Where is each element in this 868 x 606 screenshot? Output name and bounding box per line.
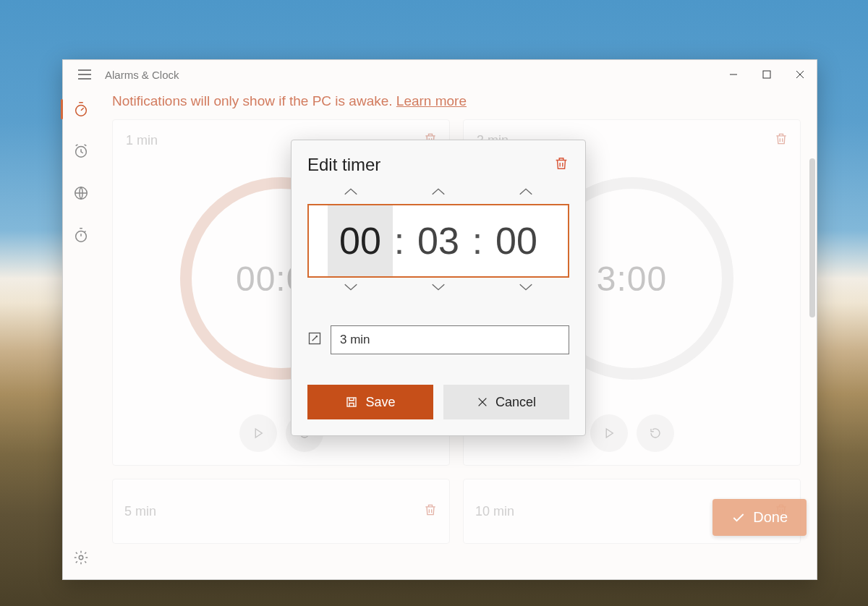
minutes-up-button[interactable]: [424, 187, 453, 200]
done-label: Done: [753, 509, 788, 526]
dialog-title: Edit timer: [307, 155, 553, 175]
sidebar-item-settings[interactable]: [67, 543, 95, 572]
colon: :: [471, 219, 484, 263]
sidebar: [63, 89, 99, 579]
alarm-icon: [73, 143, 89, 159]
timer-display: 3:00: [597, 259, 667, 299]
sidebar-item-world-clock[interactable]: [67, 179, 95, 208]
time-picker: 00 : 03 : 00: [307, 204, 569, 278]
reset-icon: [649, 427, 662, 440]
cancel-button[interactable]: Cancel: [443, 385, 569, 419]
timer-card[interactable]: 5 min: [112, 479, 450, 544]
hours-up-button[interactable]: [336, 187, 365, 200]
save-icon: [345, 396, 358, 409]
chevron-up-icon: [430, 187, 446, 197]
cancel-label: Cancel: [495, 395, 536, 410]
play-icon: [603, 427, 616, 440]
trash-icon: [774, 132, 788, 146]
trash-icon: [553, 155, 569, 171]
check-icon: [731, 511, 746, 525]
timer-title: 5 min: [124, 504, 423, 519]
stopwatch-icon: [73, 227, 89, 243]
titlebar: Alarms & Clock: [63, 60, 817, 89]
window-controls: [717, 60, 817, 89]
trash-icon: [423, 503, 438, 517]
notification-text: Notifications will only show if the PC i…: [112, 93, 396, 108]
timer-icon: [73, 101, 89, 117]
play-icon: [252, 427, 265, 440]
maximize-button[interactable]: [750, 60, 783, 89]
scrollbar[interactable]: [808, 158, 815, 572]
scrollbar-thumb[interactable]: [809, 158, 815, 317]
app-title: Alarms & Clock: [105, 69, 717, 81]
svg-rect-7: [347, 398, 356, 406]
hours-field[interactable]: 00: [328, 205, 393, 276]
seconds-field[interactable]: 00: [484, 205, 549, 276]
delete-timer-button[interactable]: [423, 503, 438, 520]
minimize-button[interactable]: [717, 60, 750, 89]
play-button[interactable]: [590, 414, 628, 452]
hamburger-menu-button[interactable]: [72, 61, 98, 88]
sidebar-item-stopwatch[interactable]: [67, 221, 95, 249]
notification-banner: Notifications will only show if the PC i…: [112, 89, 804, 119]
world-clock-icon: [73, 185, 89, 201]
save-label: Save: [365, 395, 395, 410]
done-button[interactable]: Done: [712, 499, 807, 536]
sidebar-item-timer[interactable]: [67, 95, 95, 124]
play-button[interactable]: [239, 414, 277, 452]
svg-point-1: [76, 106, 87, 116]
reset-button[interactable]: [637, 414, 674, 452]
seconds-up-button[interactable]: [511, 187, 540, 200]
delete-timer-button[interactable]: [553, 155, 569, 174]
minutes-down-button[interactable]: [424, 282, 453, 295]
minutes-field[interactable]: 03: [406, 205, 471, 276]
chevron-down-icon: [343, 282, 359, 292]
chevron-up-icon: [343, 187, 359, 197]
save-button[interactable]: Save: [307, 385, 433, 419]
chevron-up-icon: [518, 187, 534, 197]
svg-point-5: [79, 555, 83, 560]
delete-timer-button[interactable]: [774, 132, 788, 149]
svg-rect-0: [763, 71, 770, 78]
close-button[interactable]: [783, 60, 817, 89]
chevron-down-icon: [518, 282, 534, 292]
close-icon: [477, 396, 488, 408]
seconds-down-button[interactable]: [511, 282, 540, 295]
hours-down-button[interactable]: [336, 282, 365, 295]
learn-more-link[interactable]: Learn more: [396, 93, 467, 108]
timer-name-input[interactable]: [331, 325, 569, 354]
gear-icon: [73, 550, 89, 566]
colon: :: [393, 219, 406, 263]
edit-icon: [307, 331, 322, 349]
sidebar-item-alarm[interactable]: [67, 137, 95, 166]
chevron-down-icon: [430, 282, 446, 292]
edit-timer-dialog: Edit timer 00 : 03 : 00: [291, 140, 586, 436]
